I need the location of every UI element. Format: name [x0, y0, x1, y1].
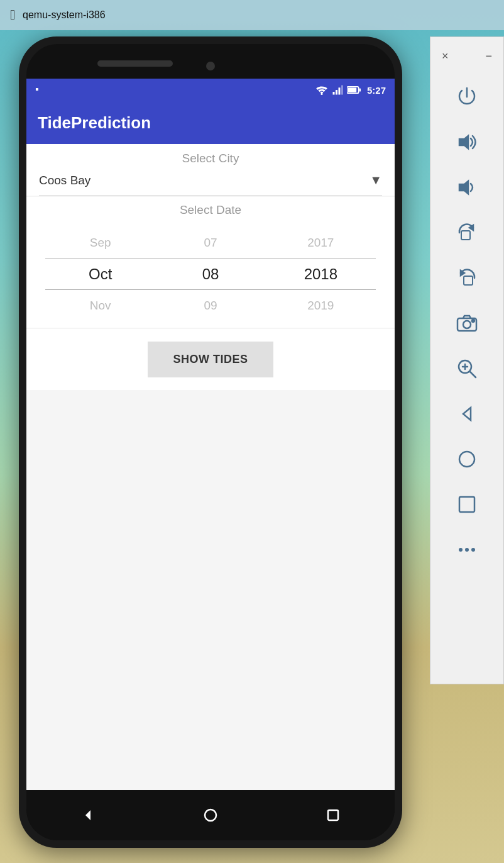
day-next: 09 [155, 290, 265, 321]
sd-card-icon: ▪ [35, 84, 39, 95]
phone-screen: ▪ [26, 79, 395, 790]
show-tides-button[interactable]: SHOW TIDES [148, 342, 273, 377]
square-button[interactable] [430, 482, 503, 527]
dropdown-arrow-icon: ▼ [370, 173, 382, 187]
select-date-label: Select Date [39, 203, 382, 217]
status-time: 5:27 [367, 85, 386, 96]
svg-point-9 [205, 810, 216, 821]
volume-down-button[interactable] [430, 165, 503, 210]
year-current: 2018 [266, 259, 376, 290]
side-panel-header: × − [430, 43, 503, 74]
svg-marker-12 [459, 181, 468, 194]
svg-point-22 [459, 452, 474, 467]
phone-device: ▪ [19, 36, 402, 848]
svg-point-26 [471, 548, 475, 552]
svg-rect-4 [341, 86, 343, 95]
phone-inner: ▪ [26, 44, 395, 840]
svg-marker-8 [85, 810, 90, 820]
wifi-icon [315, 85, 328, 95]
svg-point-24 [459, 548, 463, 552]
svg-rect-10 [328, 810, 338, 820]
back-arrow-button[interactable] [430, 391, 503, 437]
app-content: Select City Coos Bay ▼ Select Date Sep O… [26, 144, 395, 790]
svg-point-25 [465, 548, 469, 552]
status-bar: ▪ [26, 79, 395, 101]
circle-button[interactable] [430, 437, 503, 482]
power-button[interactable] [430, 74, 503, 120]
side-panel: × − [430, 36, 504, 684]
rotate-left-button[interactable] [430, 255, 503, 301]
svg-rect-23 [459, 497, 474, 512]
app-title: TidePrediction [38, 113, 151, 133]
svg-rect-1 [332, 92, 334, 95]
phone-speaker [97, 60, 173, 67]
svg-marker-21 [463, 408, 471, 420]
svg-point-18 [463, 321, 471, 328]
rotate-right-button[interactable] [430, 210, 503, 255]
svg-rect-16 [464, 276, 473, 285]
city-name: Coos Bay [39, 174, 90, 187]
bottom-nav [26, 790, 395, 840]
svg-rect-3 [338, 87, 340, 94]
zoom-in-button[interactable] [430, 346, 503, 391]
select-city-label: Select City [39, 152, 382, 165]
minimize-button[interactable]: − [481, 47, 496, 65]
battery-icon [347, 86, 361, 94]
apple-icon:  [10, 7, 15, 23]
year-prev: 2017 [266, 227, 376, 259]
year-column: 2017 2018 2019 [266, 227, 376, 321]
date-picker: Sep Oct Nov 07 08 09 2017 [39, 227, 382, 321]
mac-title: qemu-system-i386 [23, 9, 106, 21]
phone-camera [206, 62, 215, 70]
mac-menubar:  qemu-system-i386 [0, 0, 504, 30]
svg-point-19 [472, 320, 474, 322]
date-section: Select Date Sep Oct Nov 07 08 09 [26, 197, 395, 328]
svg-rect-7 [359, 88, 361, 91]
more-button[interactable] [430, 527, 503, 572]
volume-up-button[interactable] [430, 120, 503, 165]
camera-button[interactable] [430, 301, 503, 346]
day-column: 07 08 09 [155, 227, 265, 321]
btn-section: SHOW TIDES [26, 329, 395, 390]
month-prev: Sep [45, 227, 155, 259]
svg-marker-15 [461, 270, 464, 276]
city-section: Select City Coos Bay ▼ [26, 144, 395, 196]
city-dropdown[interactable]: Coos Bay ▼ [39, 168, 382, 196]
nav-recent-button[interactable] [317, 799, 349, 831]
svg-marker-11 [459, 136, 468, 148]
nav-home-button[interactable] [195, 799, 226, 831]
signal-icon [332, 85, 343, 95]
svg-point-0 [320, 93, 322, 95]
svg-rect-2 [336, 90, 337, 95]
app-bar: TidePrediction [26, 101, 395, 144]
svg-rect-14 [461, 231, 470, 240]
close-button[interactable]: × [438, 47, 452, 65]
nav-back-button[interactable] [72, 799, 104, 831]
month-next: Nov [45, 290, 155, 321]
day-prev: 07 [155, 227, 265, 259]
svg-rect-6 [348, 88, 357, 92]
month-column: Sep Oct Nov [45, 227, 155, 321]
year-next: 2019 [266, 290, 376, 321]
svg-marker-13 [469, 225, 473, 230]
day-current: 08 [155, 259, 265, 290]
month-current: Oct [45, 259, 155, 290]
